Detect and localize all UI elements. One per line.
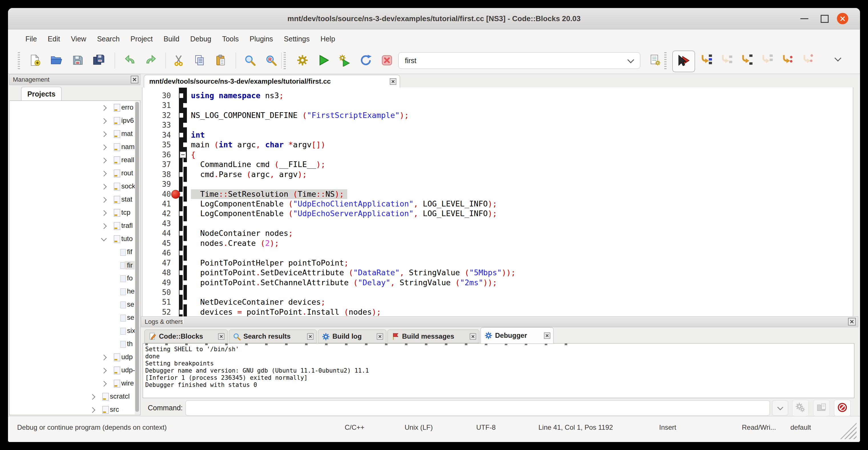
- new-file-button[interactable]: [26, 52, 44, 70]
- menu-item-plugins[interactable]: Plugins: [244, 35, 278, 43]
- toolbar-grip[interactable]: [18, 52, 20, 69]
- menu-item-view[interactable]: View: [65, 35, 92, 43]
- cut-button[interactable]: [169, 52, 188, 70]
- editor-tab-close-icon[interactable]: [390, 78, 396, 85]
- step-into-instruction-button[interactable]: [799, 52, 817, 70]
- step-out-button[interactable]: [758, 52, 776, 70]
- line-number[interactable]: 30: [143, 91, 171, 100]
- line-number[interactable]: 42: [143, 209, 171, 218]
- tree-item-fir[interactable]: fir: [9, 259, 140, 272]
- tree-item-erro[interactable]: erro: [9, 101, 140, 115]
- menu-item-file[interactable]: File: [20, 35, 42, 43]
- undo-button[interactable]: [121, 52, 139, 70]
- rebuild-button[interactable]: [357, 52, 375, 70]
- line-number[interactable]: 46: [143, 248, 171, 258]
- line-number[interactable]: 39: [143, 179, 171, 189]
- run-to-cursor-button[interactable]: [697, 52, 715, 70]
- line-number[interactable]: 40: [143, 189, 171, 199]
- stop-debugger-button[interactable]: [834, 400, 850, 416]
- tab-close-icon[interactable]: [377, 333, 383, 339]
- toolbar-grip[interactable]: [664, 52, 666, 69]
- run-button[interactable]: [314, 52, 333, 70]
- logs-header[interactable]: Logs & others: [141, 317, 858, 327]
- logs-close-icon[interactable]: [848, 318, 856, 326]
- management-header[interactable]: Management: [9, 74, 141, 85]
- chevron-right-icon[interactable]: [101, 210, 107, 216]
- tree-item-th[interactable]: th: [9, 338, 140, 351]
- menu-item-edit[interactable]: Edit: [42, 35, 65, 43]
- chevron-right-icon[interactable]: [101, 131, 107, 137]
- menu-item-project[interactable]: Project: [125, 35, 158, 43]
- chevron-right-icon[interactable]: [101, 355, 107, 360]
- line-number[interactable]: 36: [143, 150, 171, 160]
- toolbar-grip[interactable]: [284, 52, 286, 69]
- logs-tab-debugger[interactable]: Debugger: [480, 327, 554, 344]
- tree-item-stat[interactable]: stat: [9, 193, 140, 206]
- line-number[interactable]: 31: [143, 100, 171, 110]
- tree-item-se[interactable]: se: [9, 311, 140, 325]
- chevron-right-icon[interactable]: [101, 223, 107, 229]
- minimize-icon[interactable]: [800, 18, 808, 19]
- script-options-button[interactable]: [646, 52, 664, 70]
- tree-item-scratcl[interactable]: scratcl: [9, 390, 140, 403]
- close-icon[interactable]: [837, 13, 848, 24]
- save-button[interactable]: [68, 52, 87, 70]
- line-number[interactable]: 35: [143, 140, 171, 150]
- next-instruction-button[interactable]: [778, 52, 797, 70]
- build-and-run-button[interactable]: [336, 52, 354, 70]
- line-number[interactable]: 43: [143, 219, 171, 229]
- logs-tab-build-messages[interactable]: Build messages: [388, 330, 479, 343]
- line-number[interactable]: 32: [143, 111, 171, 120]
- line-number[interactable]: 47: [143, 258, 171, 268]
- chevron-right-icon[interactable]: [101, 145, 107, 150]
- line-number[interactable]: 45: [143, 238, 171, 248]
- title-bar[interactable]: mnt/dev/tools/source/ns-3-dev/examples/t…: [8, 8, 860, 29]
- tree-item-fif[interactable]: fif: [9, 246, 140, 259]
- logs-tab-search-results[interactable]: Search results: [229, 330, 317, 343]
- tree-item-nam[interactable]: nam: [9, 141, 140, 154]
- chevron-right-icon[interactable]: [101, 118, 107, 124]
- line-number[interactable]: 41: [143, 199, 171, 209]
- chevron-right-icon[interactable]: [101, 197, 107, 203]
- menu-item-search[interactable]: Search: [92, 35, 125, 43]
- debug-continue-button[interactable]: [672, 51, 695, 72]
- tree-item-se[interactable]: se: [9, 298, 140, 311]
- toolbar-overflow-chevron[interactable]: [835, 56, 840, 62]
- maximize-icon[interactable]: [820, 15, 829, 23]
- chevron-right-icon[interactable]: [101, 381, 107, 387]
- chevron-down-icon[interactable]: [101, 236, 107, 241]
- open-file-button[interactable]: [47, 52, 65, 70]
- line-number[interactable]: 33: [143, 120, 171, 130]
- copy-log-button[interactable]: [813, 400, 830, 416]
- copy-button[interactable]: [191, 52, 209, 70]
- tree-item-wire[interactable]: wire: [9, 377, 140, 390]
- tree-item-tuto[interactable]: tuto: [9, 233, 140, 246]
- replace-button[interactable]: R: [262, 52, 280, 70]
- tab-projects[interactable]: Projects: [21, 87, 62, 101]
- logs-tab-code-blocks[interactable]: Code::Blocks: [144, 330, 228, 343]
- tree-item-tcp[interactable]: tcp: [9, 206, 140, 219]
- command-history-dropdown[interactable]: [772, 400, 788, 416]
- step-into-button[interactable]: [738, 52, 756, 70]
- tree-item-reall[interactable]: reall: [9, 154, 140, 167]
- logs-tab-build-log[interactable]: Build log: [318, 330, 386, 343]
- editor-tab-first-cc[interactable]: mnt/dev/tools/source/ns-3-dev/examples/t…: [144, 75, 400, 88]
- search-combo[interactable]: first: [398, 52, 640, 69]
- menu-item-build[interactable]: Build: [158, 35, 185, 43]
- menu-item-settings[interactable]: Settings: [278, 35, 315, 43]
- tree-item-udp-[interactable]: udp-: [9, 364, 140, 377]
- line-number[interactable]: 49: [143, 278, 171, 288]
- tree-item-ipv6[interactable]: ipv6: [9, 115, 140, 128]
- line-number[interactable]: 34: [143, 130, 171, 140]
- abort-button[interactable]: [378, 52, 396, 70]
- chevron-right-icon[interactable]: [101, 368, 107, 373]
- line-number[interactable]: 38: [143, 170, 171, 179]
- tree-item-he[interactable]: he: [9, 285, 140, 298]
- build-button[interactable]: [293, 52, 312, 70]
- tree-scrollbar-thumb[interactable]: [135, 102, 139, 412]
- tab-close-icon[interactable]: [470, 333, 476, 339]
- line-number[interactable]: 44: [143, 229, 171, 238]
- command-input[interactable]: [185, 400, 770, 416]
- line-number[interactable]: 48: [143, 268, 171, 277]
- tree-item-mat[interactable]: mat: [9, 128, 140, 141]
